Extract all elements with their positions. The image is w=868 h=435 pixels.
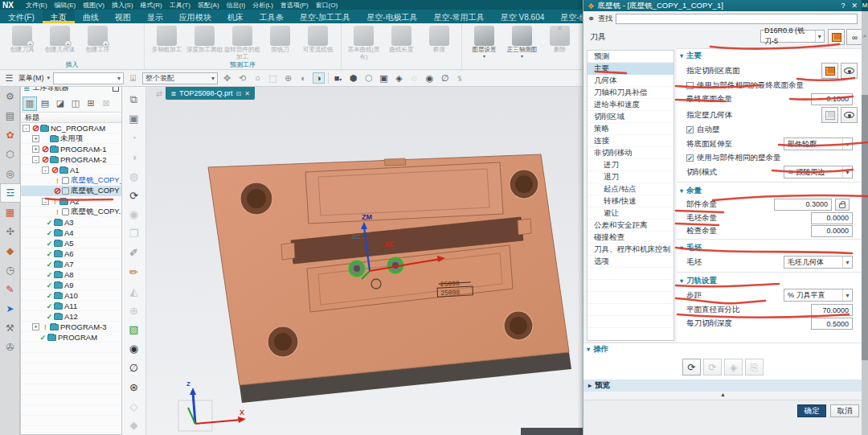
dialog-nav-item[interactable]: 切削区域 (588, 111, 674, 123)
tree-row[interactable]: -⊘A1 (21, 165, 121, 175)
plunge-mill-button[interactable]: 插铣刀 (262, 26, 298, 54)
dialog-nav-item-selected[interactable]: 主要 (588, 63, 674, 75)
graphics-viewport[interactable]: 25098 25098 ZM ZC XC Z X ⇄ (146, 87, 583, 435)
tree-row[interactable]: ✓A12 (21, 311, 121, 322)
tree-row[interactable]: -⊘PROGRAM-2 (21, 154, 121, 165)
tree-row[interactable]: ✓A5 (21, 238, 121, 248)
hide-object-icon[interactable]: ∅ (125, 359, 143, 378)
sphere-icon[interactable]: ◐ (297, 73, 309, 83)
tab-view[interactable]: 视图 (107, 10, 139, 23)
tab-star-electrode[interactable]: 星空-电极工具 (358, 10, 425, 23)
menu-preferences[interactable]: 首选项(P) (280, 1, 309, 10)
layers-color-icon[interactable]: ▧ (125, 320, 143, 339)
tools-icon[interactable]: ⚒ (0, 318, 20, 338)
kinematics-icon[interactable]: ✣ (0, 222, 20, 241)
fixture-icon[interactable]: ✇ (0, 338, 20, 357)
animation-icon[interactable]: ✿ (0, 125, 20, 145)
nav-tool-machine-view-icon[interactable]: ▤ (38, 96, 52, 111)
generate-icon[interactable]: ⟳ (682, 359, 701, 375)
tree-row[interactable]: ✓A11 (21, 301, 121, 311)
pin-icon[interactable]: ⊡ (235, 90, 241, 97)
menu-info[interactable]: 信息(I) (227, 1, 246, 10)
regenerate-icon[interactable]: ⟳ (703, 359, 722, 375)
dialog-nav-item[interactable]: 避让 (588, 207, 674, 220)
dialog-nav-item[interactable]: 连接 (588, 135, 674, 147)
dialog-nav-item[interactable]: 预测 (588, 51, 674, 63)
display-cut-area-button[interactable] (841, 63, 858, 79)
alerts-icon[interactable]: ◎ (0, 164, 20, 183)
list-icon[interactable]: ⎘ (745, 359, 764, 375)
depth-machining-button[interactable]: 深度加工类组 (186, 26, 223, 54)
nav-tool-expand-icon[interactable]: ⊞ (84, 96, 98, 111)
tree-row[interactable]: ✓A4 (21, 228, 121, 238)
snap-point-icon[interactable]: ✥ (221, 73, 233, 84)
menu-assembly[interactable]: 装配(A) (198, 1, 219, 10)
dialog-help-icon[interactable]: ? (841, 2, 845, 10)
tree-row-selected[interactable]: ⊘底壁铣_COPY (21, 186, 121, 196)
depth-per-cut-input[interactable]: 0.5000 (811, 318, 853, 330)
display-wall-geometry-button[interactable] (841, 107, 858, 123)
tree-row[interactable]: +!PROGRAM-3 (21, 322, 121, 332)
render-style-icon[interactable]: ■▾ (332, 73, 344, 83)
cone-icon[interactable]: ◭ (125, 281, 143, 301)
paintbrush-icon[interactable]: ✏ (125, 262, 143, 281)
create-tool-button[interactable]: +创建刀具 (4, 26, 40, 54)
cancel-button[interactable]: 取消 (830, 404, 859, 417)
show-object-icon[interactable]: ◉ (125, 339, 143, 359)
postprocess-icon[interactable]: ❐ (125, 224, 143, 244)
hide-icon[interactable]: ∅ (439, 73, 451, 84)
dialog-nav-item[interactable]: 碰撞检查 (588, 232, 674, 244)
bridge-curve-button[interactable]: 桥接 (421, 26, 457, 54)
selection-scope-combo[interactable]: 整个装配▾ (142, 72, 218, 84)
ghost-box-icon-1[interactable]: ◇ (125, 396, 143, 416)
settings-icon[interactable]: ⚙ (0, 87, 20, 106)
basic-curve-button[interactable]: 基本曲线(原有) (346, 26, 382, 60)
dialog-nav-item[interactable]: 公差和安全距离 (588, 220, 674, 232)
locate-icon[interactable]: ⊕ (125, 301, 143, 320)
machining-icon[interactable]: ⬡ (0, 145, 20, 164)
menu-tools[interactable]: 工具(T) (170, 1, 190, 10)
dialog-search-input[interactable] (616, 14, 858, 24)
menu-format[interactable]: 格式(R) (141, 1, 162, 10)
tree-row[interactable]: ✓A10 (21, 290, 121, 301)
measure-icon[interactable]: ✐ (125, 244, 143, 263)
new-part-icon[interactable]: ⧉ (125, 90, 143, 109)
cam-icon-1[interactable]: ◔ (125, 129, 143, 148)
section-header-actions[interactable]: ▾操作 (583, 343, 862, 355)
group-label-insert[interactable]: 插入 (0, 60, 144, 69)
dialog-nav-item[interactable]: 策略 (588, 123, 674, 135)
filter-icon[interactable]: ⍗ (127, 73, 139, 84)
dialog-nav-item[interactable]: 非切削移动 (588, 147, 674, 159)
nav-tool-program-view-icon[interactable]: ▥ (23, 96, 37, 111)
window-icon[interactable]: ▣ (378, 73, 390, 84)
nav-tool-geometry-view-icon[interactable]: ◪ (53, 96, 68, 111)
blank-dropdown[interactable]: 毛坯几何体▾ (784, 256, 853, 269)
tab-display[interactable]: 显示 (139, 10, 171, 23)
ghost-cube-icon[interactable]: ◌ (408, 73, 420, 83)
generate-toolpath-icon[interactable]: ⟳ (125, 186, 143, 205)
part-file-tab[interactable]: ≣ TOP25098-Q.prt ⊡ ✕ (166, 87, 254, 100)
nav-tool-method-view-icon[interactable]: ◫ (68, 96, 83, 111)
select-arrow-icon[interactable]: ➤ (0, 299, 20, 318)
cut-pattern-dropdown[interactable]: ≋跟随周边▾ (784, 166, 853, 179)
tree-row[interactable]: !底壁铣_COPY... (21, 207, 121, 217)
rotary-rough-button[interactable]: 旋转部件的粗加工 (224, 26, 260, 60)
dialog-nav-item[interactable]: 进给率和速度 (588, 99, 674, 111)
menu-edit[interactable]: 编辑(E) (55, 1, 76, 10)
group-label-predict-operations[interactable]: 预测工序 (145, 60, 341, 69)
tool-select-dropdown[interactable]: D16R0.8 (铣刀-5▾ (760, 30, 825, 43)
select-rect-icon[interactable]: ⬚ (267, 73, 279, 84)
delete-button[interactable]: ✕删除 (542, 26, 578, 54)
layer-settings-button[interactable]: 图层设置▾ (466, 26, 502, 60)
tree-row[interactable]: +未用项 (21, 133, 121, 144)
dialog-nav-item[interactable]: 退刀 (588, 171, 674, 183)
dialog-nav-item[interactable]: 转移/快速 (588, 195, 674, 207)
tab-curve[interactable]: 曲线 (75, 10, 107, 23)
operation-navigator-icon[interactable]: ☲ (0, 183, 20, 203)
tree-row[interactable]: ✓A6 (21, 248, 121, 259)
verify-icon[interactable]: ◈ (724, 359, 743, 375)
save-icon[interactable]: ▣ (125, 109, 143, 129)
menu-view[interactable]: 视图(V) (83, 1, 104, 10)
spreadsheet-icon[interactable]: ▦ (0, 203, 20, 222)
curve-length-button[interactable]: 曲线长度 (383, 26, 420, 54)
